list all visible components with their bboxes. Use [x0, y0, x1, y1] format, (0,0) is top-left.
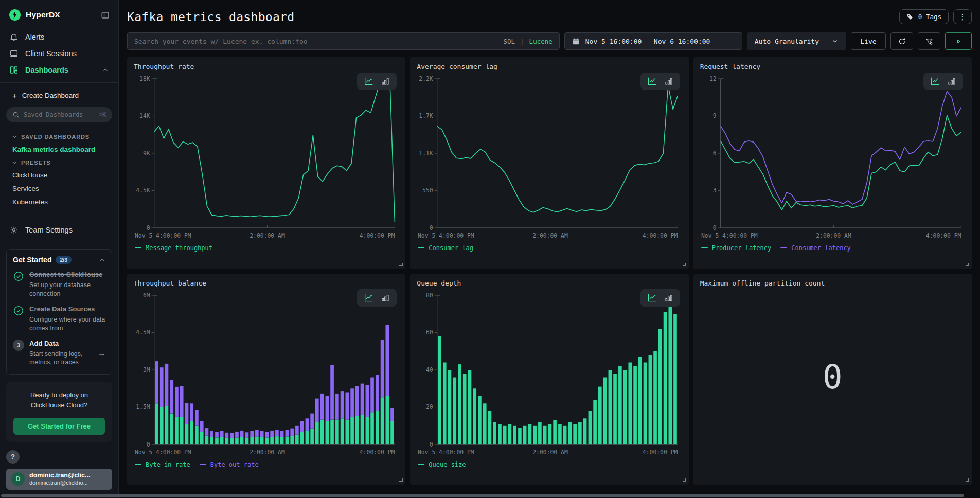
- section-presets[interactable]: PRESETS: [0, 156, 118, 169]
- legend-swatch: [701, 247, 708, 248]
- legend-label: Byte in rate: [146, 461, 190, 468]
- bar-chart-toggle-icon[interactable]: [664, 77, 673, 86]
- user-account-button[interactable]: D dominic.tran@clic... dominic.tran@clic…: [6, 469, 112, 490]
- panel-resize-handle[interactable]: [683, 478, 686, 482]
- sidebar-link-services[interactable]: Services: [0, 182, 118, 195]
- run-query-button[interactable]: [945, 32, 972, 50]
- filter-button[interactable]: [918, 32, 940, 50]
- saved-dashboards-search-input[interactable]: [24, 111, 95, 118]
- bar-chart-toggle-icon[interactable]: [381, 293, 390, 303]
- live-button[interactable]: Live: [851, 32, 886, 50]
- arrow-right-icon: →: [98, 349, 105, 358]
- panel-resize-handle[interactable]: [966, 263, 969, 266]
- svg-text:18K: 18K: [139, 75, 150, 82]
- svg-text:Nov 5 4:00:00 PM: Nov 5 4:00:00 PM: [135, 449, 191, 456]
- date-range-picker[interactable]: Nov 5 16:00:00 - Nov 6 16:00:00: [564, 32, 742, 50]
- bar-chart-toggle-icon[interactable]: [664, 293, 673, 303]
- sidebar-item-label: Dashboards: [25, 66, 68, 74]
- sidebar-link-kafka-dashboard[interactable]: Kafka metrics dashboard: [0, 143, 118, 156]
- line-chart-toggle-icon[interactable]: [647, 293, 657, 303]
- chart-legend: Consumer lag: [417, 244, 682, 252]
- line-chart-toggle-icon[interactable]: [364, 293, 374, 303]
- chevron-up-icon[interactable]: [102, 66, 109, 74]
- sidebar-item-dashboards[interactable]: Dashboards: [0, 62, 118, 78]
- calendar-icon: [572, 38, 580, 45]
- line-chart-toggle-icon[interactable]: [647, 77, 657, 86]
- get-started-step-1[interactable]: Connect to ClickHouse Set up your databa…: [13, 271, 105, 298]
- panel-max-offline-partition-count: Maximum offline partition count 0: [693, 274, 972, 485]
- legend-item: Byte in rate: [135, 461, 190, 468]
- get-started-step-2[interactable]: Create Data Sources Configure where your…: [13, 305, 105, 333]
- create-dashboard-button[interactable]: + Create Dashboard: [0, 88, 118, 106]
- chart-legend: Queue size: [417, 461, 682, 468]
- svg-text:9K: 9K: [143, 150, 150, 157]
- big-number-value: 0: [823, 358, 843, 396]
- horizontal-scrollbar[interactable]: [1, 494, 964, 497]
- sidebar-link-kubernetes[interactable]: Kubernetes: [0, 195, 118, 209]
- svg-text:9: 9: [713, 112, 717, 119]
- filter-bar: SQL | Lucene Nov 5 16:00:00 - Nov 6 16:0…: [119, 32, 980, 50]
- sidebar-item-alerts[interactable]: Alerts: [0, 29, 118, 45]
- event-search[interactable]: SQL | Lucene: [127, 32, 560, 50]
- panel-resize-handle[interactable]: [683, 263, 686, 266]
- chevron-up-icon[interactable]: [99, 257, 105, 263]
- more-menu-button[interactable]: ⋮: [953, 9, 972, 24]
- sidebar-collapse-icon[interactable]: [100, 10, 110, 20]
- user-email: dominic.tran@clickho...: [29, 479, 90, 487]
- lucene-toggle[interactable]: Lucene: [529, 38, 553, 45]
- section-saved-dashboards[interactable]: SAVED DASHBOARDS: [0, 131, 118, 143]
- sidebar-item-team-settings[interactable]: Team Settings: [0, 221, 118, 239]
- get-started-header[interactable]: Get Started 2/3: [13, 256, 105, 264]
- panel-throughput-rate: Throughput rate 04.5K9K14K18KNov 5 4:00:…: [127, 57, 405, 269]
- chart-legend: Byte in rateByte out rate: [134, 461, 399, 468]
- chart-title: Throughput rate: [134, 63, 399, 70]
- saved-dashboards-search[interactable]: ⌘K: [6, 107, 112, 122]
- bar-chart-toggle-icon[interactable]: [381, 77, 390, 86]
- chart-legend: Producer latencyConsumer latency: [700, 244, 965, 252]
- svg-text:4.5M: 4.5M: [136, 329, 150, 336]
- panel-resize-handle[interactable]: [399, 478, 403, 482]
- svg-text:Nov 5 4:00:00 PM: Nov 5 4:00:00 PM: [135, 232, 191, 239]
- svg-text:20: 20: [426, 403, 433, 411]
- svg-text:4:00:00 PM: 4:00:00 PM: [925, 232, 961, 239]
- line-chart-toggle-icon[interactable]: [364, 77, 374, 86]
- get-started-step-3[interactable]: 3 Add Data Start sending logs, metrics, …: [13, 340, 105, 367]
- sidebar: HyperDX Alerts Client Sessions Dashboard…: [0, 0, 119, 498]
- chart-title: Throughput balance: [134, 279, 399, 287]
- svg-text:Nov 5 4:00:00 PM: Nov 5 4:00:00 PM: [701, 232, 758, 239]
- svg-text:2.2K: 2.2K: [419, 75, 434, 82]
- chart-type-toolbar: [923, 73, 963, 90]
- get-started-free-button[interactable]: Get Started for Free: [13, 418, 105, 435]
- sidebar-item-client-sessions[interactable]: Client Sessions: [0, 45, 118, 62]
- svg-text:550: 550: [422, 187, 433, 194]
- chart-legend: Message throughput: [134, 244, 399, 252]
- bar-chart-toggle-icon[interactable]: [947, 77, 956, 86]
- panel-resize-handle[interactable]: [966, 478, 969, 482]
- chart-type-toolbar: [640, 73, 680, 90]
- legend-swatch: [418, 247, 424, 248]
- line-chart-toggle-icon[interactable]: [930, 77, 940, 86]
- sidebar-item-label: Alerts: [25, 33, 44, 41]
- dashboards-icon: [9, 65, 19, 75]
- chart-title: Average consumer lag: [417, 63, 682, 70]
- refresh-button[interactable]: [890, 32, 913, 50]
- help-button[interactable]: ?: [6, 450, 20, 464]
- svg-text:2:00:00 AM: 2:00:00 AM: [816, 232, 851, 239]
- legend-item: Producer latency: [701, 244, 772, 252]
- tags-button[interactable]: 0 Tags: [899, 9, 949, 24]
- chart-canvas-container: 05501.1K1.7K2.2KNov 5 4:00:00 PM2:00:00 …: [417, 73, 682, 242]
- legend-swatch: [135, 464, 141, 465]
- event-search-input[interactable]: [134, 38, 498, 45]
- page-title: Kafka metrics dashboard: [127, 10, 294, 24]
- legend-item: Message throughput: [135, 244, 212, 252]
- legend-item: Consumer lag: [418, 244, 473, 252]
- sql-toggle[interactable]: SQL: [504, 38, 515, 45]
- progress-badge: 2/3: [56, 256, 72, 264]
- chart-canvas: 04.5K9K14K18KNov 5 4:00:00 PM2:00:00 AM4…: [134, 73, 399, 242]
- panel-resize-handle[interactable]: [399, 263, 403, 266]
- chart-title: Maximum offline partition count: [700, 279, 965, 287]
- chevron-down-icon: [831, 38, 839, 45]
- granularity-select[interactable]: Auto Granularity: [747, 32, 846, 50]
- sidebar-link-clickhouse[interactable]: ClickHouse: [0, 169, 118, 182]
- legend-label: Queue size: [429, 461, 466, 468]
